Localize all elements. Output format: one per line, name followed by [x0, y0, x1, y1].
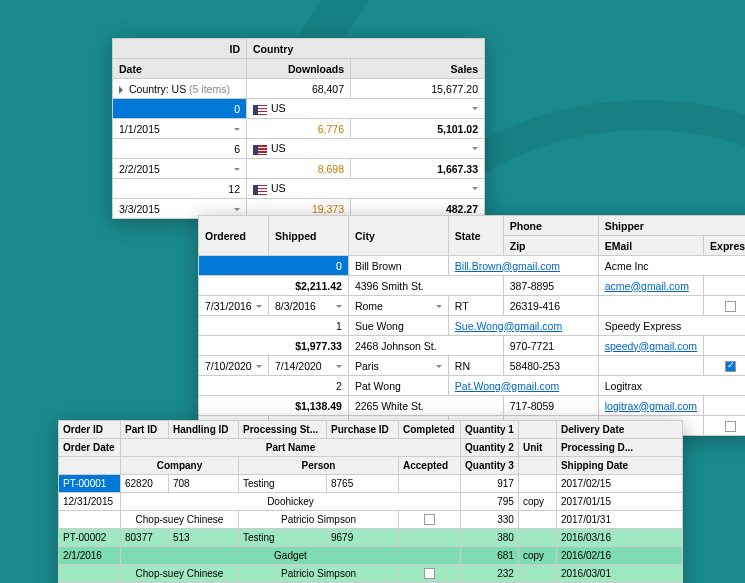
email-link[interactable]: acme@gmail.com	[605, 280, 689, 292]
col-empty[interactable]	[518, 421, 556, 439]
pivot-grid[interactable]: ID Country Date Downloads Sales Country:…	[112, 38, 485, 219]
express-checkbox[interactable]	[725, 421, 736, 432]
col-purchase[interactable]: Purchase ID	[327, 421, 399, 439]
table-row[interactable]: $1,977.33 2468 Johnson St. 970-7721 spee…	[199, 336, 746, 356]
col-shipped[interactable]: Shipped	[268, 216, 348, 256]
table-row[interactable]: 2/2/2015 8,698 1,667.33	[113, 159, 485, 179]
cell-person: Patricio Simpson	[239, 511, 399, 529]
email-link[interactable]: Sue.Wong@gmail.com	[455, 320, 562, 332]
cell-ordered[interactable]: 7/10/2020	[199, 356, 269, 376]
table-row[interactable]: 7/10/2020 7/14/2020 Paris RN 58480-253	[199, 356, 746, 376]
order-grid[interactable]: Ordered Shipped City State Phone Shipper…	[198, 215, 745, 436]
table-row[interactable]: 2/1/2016Gadget681copy2016/02/16	[59, 547, 683, 565]
col-country[interactable]: Country	[247, 39, 485, 59]
table-row[interactable]: Chop-suey ChinesePatricio Simpson2322016…	[59, 565, 683, 583]
col-express[interactable]: Express	[704, 236, 745, 256]
col-ordered[interactable]: Ordered	[199, 216, 269, 256]
col-sales[interactable]: Sales	[351, 59, 485, 79]
flag-us-icon	[253, 185, 267, 195]
col-orderid[interactable]: Order ID	[59, 421, 121, 439]
col-company[interactable]: Company	[121, 457, 239, 475]
col-q1[interactable]: Quantity 1	[461, 421, 519, 439]
table-row[interactable]: 7/31/2016 8/3/2016 Rome RT 26319-416	[199, 296, 746, 316]
table-row[interactable]: PT-0000280377513Testing96793802016/03/16	[59, 529, 683, 547]
col-date[interactable]: Date	[113, 59, 247, 79]
cell-id[interactable]: 0	[113, 99, 247, 119]
table-row[interactable]: 0 US	[113, 99, 485, 119]
col-person[interactable]: Person	[239, 457, 399, 475]
cell	[518, 529, 556, 547]
table-row[interactable]: 2 Pat Wong Pat.Wong@gmail.com Logitrax	[199, 376, 746, 396]
table-row[interactable]: $2,211.42 4396 Smith St. 387-8895 acme@g…	[199, 276, 746, 296]
accepted-checkbox[interactable]	[424, 568, 435, 579]
dropdown-icon[interactable]	[436, 305, 442, 311]
col-processing[interactable]: Processing St...	[239, 421, 327, 439]
email-link[interactable]: Pat.Wong@gmail.com	[455, 380, 559, 392]
group-downloads: 68,407	[247, 79, 351, 99]
col-zip[interactable]: Zip	[503, 236, 598, 256]
col-empty[interactable]	[518, 457, 556, 475]
col-completed[interactable]: Completed	[399, 421, 461, 439]
email-link[interactable]: speedy@gmail.com	[605, 340, 697, 352]
cell-shipped[interactable]: 7/14/2020	[268, 356, 348, 376]
cell-city[interactable]: Rome	[348, 296, 448, 316]
dropdown-icon[interactable]	[472, 147, 478, 153]
detail-grid[interactable]: Order ID Part ID Handling ID Processing …	[58, 420, 683, 583]
col-accepted[interactable]: Accepted	[399, 457, 461, 475]
dropdown-icon[interactable]	[234, 168, 240, 174]
dropdown-icon[interactable]	[234, 208, 240, 214]
col-delivery[interactable]: Delivery Date	[556, 421, 682, 439]
col-processingd[interactable]: Processing D...	[556, 439, 682, 457]
dropdown-icon[interactable]	[436, 365, 442, 371]
dropdown-icon[interactable]	[336, 305, 342, 311]
cell-date[interactable]: 2/2/2015	[113, 159, 247, 179]
expand-icon[interactable]	[119, 86, 127, 94]
col-q3[interactable]: Quantity 3	[461, 457, 519, 475]
email-link[interactable]: Bill.Brown@gmail.com	[455, 260, 560, 272]
table-row[interactable]: 1 Sue Wong Sue.Wong@gmail.com Speedy Exp…	[199, 316, 746, 336]
table-row[interactable]: $1,138.49 2265 White St. 717-8059 logitr…	[199, 396, 746, 416]
dropdown-icon[interactable]	[472, 187, 478, 193]
col-downloads[interactable]: Downloads	[247, 59, 351, 79]
table-row[interactable]: 6 US	[113, 139, 485, 159]
cell-shipped[interactable]: 8/3/2016	[268, 296, 348, 316]
express-checkbox[interactable]	[725, 301, 736, 312]
cell-idx[interactable]: 0	[199, 256, 349, 276]
express-checkbox[interactable]	[725, 361, 736, 372]
cell: 2016/03/16	[556, 529, 682, 547]
col-shipper[interactable]: Shipper	[598, 216, 745, 236]
table-row[interactable]: Chop-suey ChinesePatricio Simpson3302017…	[59, 511, 683, 529]
table-row[interactable]: 0 Bill Brown Bill.Brown@gmail.com Acme I…	[199, 256, 746, 276]
group-row[interactable]: Country: US (5 items) 68,407 15,677.20	[113, 79, 485, 99]
col-city[interactable]: City	[348, 216, 448, 256]
dropdown-icon[interactable]	[472, 107, 478, 113]
cell-company: Chop-suey Chinese	[121, 511, 239, 529]
cell-city[interactable]: Paris	[348, 356, 448, 376]
dropdown-icon[interactable]	[256, 365, 262, 371]
col-partname[interactable]: Part Name	[121, 439, 461, 457]
cell: 917	[461, 475, 519, 493]
table-row[interactable]: 12/31/2015Doohickey795copy2017/01/15	[59, 493, 683, 511]
table-row[interactable]: 1/1/2015 6,776 5,101.02	[113, 119, 485, 139]
dropdown-icon[interactable]	[234, 128, 240, 134]
email-link[interactable]: logitrax@gmail.com	[605, 400, 697, 412]
col-handling[interactable]: Handling ID	[169, 421, 239, 439]
col-id[interactable]: ID	[113, 39, 247, 59]
table-row[interactable]: 12 US	[113, 179, 485, 199]
col-email[interactable]: EMail	[598, 236, 703, 256]
cell: 2017/01/15	[556, 493, 682, 511]
cell-ordered[interactable]: 7/31/2016	[199, 296, 269, 316]
col-shipping[interactable]: Shipping Date	[556, 457, 682, 475]
dropdown-icon[interactable]	[336, 365, 342, 371]
col-phone[interactable]: Phone	[503, 216, 598, 236]
dropdown-icon[interactable]	[256, 305, 262, 311]
col-orderdate[interactable]: Order Date	[59, 439, 121, 457]
table-row[interactable]: PT-0000162820708Testing87659172017/02/15	[59, 475, 683, 493]
accepted-checkbox[interactable]	[424, 514, 435, 525]
col-unit[interactable]: Unit	[518, 439, 556, 457]
cell-date[interactable]: 1/1/2015	[113, 119, 247, 139]
col-q2[interactable]: Quantity 2	[461, 439, 519, 457]
col-empty[interactable]	[59, 457, 121, 475]
col-partid[interactable]: Part ID	[121, 421, 169, 439]
col-state[interactable]: State	[448, 216, 503, 256]
